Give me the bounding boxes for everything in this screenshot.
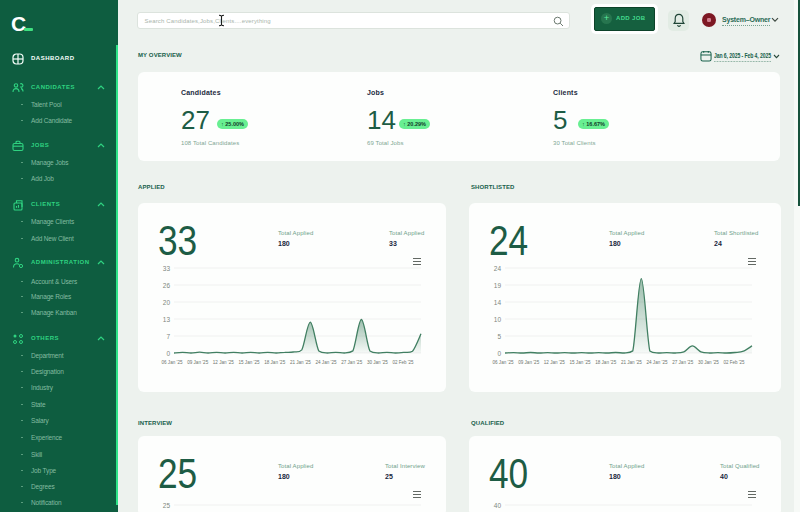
svg-text:19: 19	[494, 282, 502, 289]
svg-text:14: 14	[494, 299, 502, 306]
svg-text:15 Jan '25: 15 Jan '25	[570, 358, 591, 365]
svg-text:13: 13	[163, 316, 171, 323]
svg-text:21 Jan '25: 21 Jan '25	[290, 358, 311, 365]
svg-text:33: 33	[163, 265, 171, 272]
svg-text:06 Jan '25: 06 Jan '25	[162, 358, 183, 365]
svg-text:15 Jan '25: 15 Jan '25	[239, 358, 260, 365]
svg-text:12 Jan '25: 12 Jan '25	[544, 358, 565, 365]
svg-text:0: 0	[166, 350, 170, 357]
svg-text:21 Jan '25: 21 Jan '25	[621, 358, 642, 365]
svg-text:18 Jan '25: 18 Jan '25	[595, 358, 616, 365]
svg-text:24 Jan '25: 24 Jan '25	[647, 358, 668, 365]
svg-text:5: 5	[497, 333, 501, 340]
svg-text:09 Jan '25: 09 Jan '25	[187, 358, 208, 365]
svg-text:24 Jan '25: 24 Jan '25	[316, 358, 337, 365]
svg-text:18 Jan '25: 18 Jan '25	[264, 358, 285, 365]
svg-text:02 Feb '25: 02 Feb '25	[724, 358, 745, 365]
svg-text:24: 24	[494, 265, 502, 272]
svg-text:02 Feb '25: 02 Feb '25	[393, 358, 414, 365]
svg-text:27 Jan '25: 27 Jan '25	[672, 358, 693, 365]
svg-text:30 Jan '25: 30 Jan '25	[367, 358, 388, 365]
svg-text:27 Jan '25: 27 Jan '25	[341, 358, 362, 365]
svg-text:40: 40	[494, 502, 502, 509]
svg-text:10: 10	[494, 316, 502, 323]
svg-text:7: 7	[166, 333, 170, 340]
svg-text:06 Jan '25: 06 Jan '25	[493, 358, 514, 365]
svg-text:12 Jan '25: 12 Jan '25	[213, 358, 234, 365]
svg-text:09 Jan '25: 09 Jan '25	[518, 358, 539, 365]
svg-text:26: 26	[163, 282, 171, 289]
svg-text:0: 0	[497, 350, 501, 357]
svg-text:20: 20	[163, 299, 171, 306]
svg-text:25: 25	[163, 502, 171, 509]
svg-text:30 Jan '25: 30 Jan '25	[698, 358, 719, 365]
